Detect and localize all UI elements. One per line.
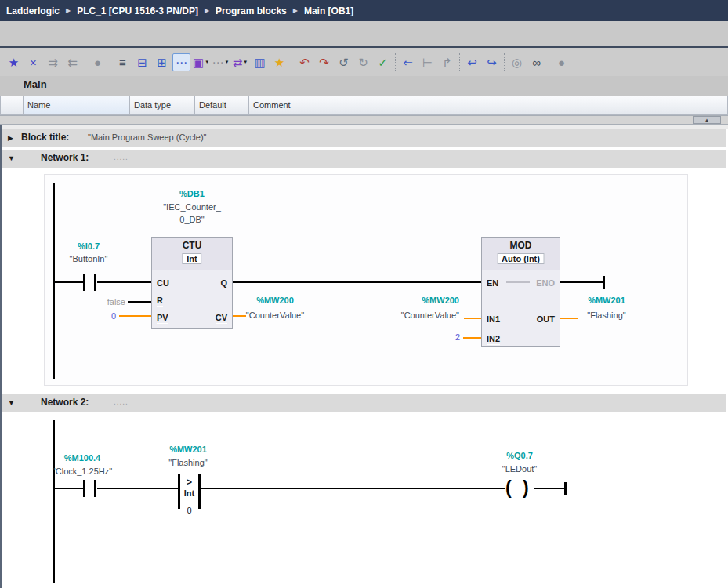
- breadcrumb-item[interactable]: PLC_1 [CPU 1516-3 PN/DP]: [77, 5, 198, 16]
- operand-address[interactable]: %M100.4: [43, 452, 121, 463]
- breadcrumb-item[interactable]: Ladderlogic: [6, 5, 60, 16]
- network2-comment-placeholder[interactable]: .....: [114, 397, 129, 406]
- consistency-check-icon[interactable]: ✓: [374, 53, 392, 71]
- previous-error-icon[interactable]: ↶: [295, 53, 313, 71]
- delete-row-icon[interactable]: ⇇: [63, 53, 81, 71]
- keep-operands-icon[interactable]: ●: [89, 53, 107, 71]
- out-name[interactable]: "Flashing": [570, 310, 643, 321]
- db-name-line1[interactable]: "IEC_Counter_: [145, 201, 239, 212]
- previous-error-icon-glyph: ↶: [299, 54, 310, 71]
- wire: [128, 301, 151, 303]
- db-name-line2[interactable]: 0_DB": [145, 214, 239, 225]
- pin-r[interactable]: R: [157, 296, 163, 307]
- jump-next-icon-glyph: ↪: [487, 54, 497, 71]
- network-sequence-icon[interactable]: ≡: [114, 53, 132, 71]
- wire: [201, 488, 505, 489]
- jump-next-icon[interactable]: ↪: [483, 53, 501, 71]
- dropdown-arrow-icon[interactable]: ▼: [205, 54, 209, 71]
- block-title-value[interactable]: "Main Program Sweep (Cycle)": [88, 132, 206, 142]
- pin-q[interactable]: Q: [220, 278, 227, 289]
- r-input-value[interactable]: false: [86, 296, 125, 307]
- wire-end-tick: [564, 482, 567, 495]
- interface-gutter-cell-2: [9, 96, 24, 115]
- comment-display-icon[interactable]: ⋯▼: [212, 53, 230, 71]
- out-address[interactable]: %MW201: [576, 295, 637, 306]
- refresh-call-icon[interactable]: ↻: [354, 53, 372, 71]
- pv-input-value[interactable]: 0: [92, 310, 116, 321]
- mod-block[interactable]: MOD Auto (Int) EN ENO IN1 IN2 OUT: [481, 237, 560, 347]
- operand-display-icon[interactable]: ▣▼: [192, 53, 210, 71]
- pin-out[interactable]: OUT: [537, 314, 555, 325]
- ctu-title: CTU: [152, 240, 232, 251]
- pin-eno[interactable]: ENO: [536, 278, 555, 289]
- network1-comment-placeholder[interactable]: .....: [114, 153, 129, 162]
- find-icon[interactable]: ◎: [508, 53, 526, 71]
- insert-statement-icon[interactable]: ⊢: [418, 53, 436, 71]
- cv-output-name[interactable]: "CounterValue": [239, 310, 311, 321]
- monitoring-icon[interactable]: ∞: [527, 53, 545, 71]
- expand-networks-icon[interactable]: ⊟: [133, 53, 151, 71]
- operand-name[interactable]: "Clock_1.25Hz": [43, 466, 121, 477]
- collapse-interface-button[interactable]: ▲: [693, 116, 721, 124]
- jump-previous-icon-glyph: ↩: [467, 54, 477, 71]
- pin-in1[interactable]: IN1: [487, 314, 500, 325]
- block-title-expander[interactable]: ▶: [8, 134, 13, 142]
- delete-network-icon[interactable]: ×: [24, 53, 42, 71]
- next-error-icon[interactable]: ↷: [315, 53, 333, 71]
- dropdown-arrow-icon[interactable]: ▼: [243, 54, 248, 71]
- contact-clock[interactable]: [94, 480, 96, 497]
- in1-address[interactable]: %MW200: [368, 295, 459, 306]
- breadcrumb-item[interactable]: Main [OB1]: [304, 5, 353, 16]
- coil-address[interactable]: %Q0.7: [480, 450, 559, 461]
- comparator-value[interactable]: 0: [178, 506, 201, 515]
- operand-name[interactable]: "ButtonIn": [49, 253, 128, 264]
- network1-expander[interactable]: ▼: [8, 154, 15, 162]
- breadcrumb-item[interactable]: Program blocks: [216, 5, 287, 16]
- comparator-type[interactable]: Int: [178, 488, 201, 498]
- close-branch-icon[interactable]: ↱: [438, 53, 456, 71]
- interface-splitter[interactable]: [0, 115, 728, 125]
- comparator-operator[interactable]: >: [178, 477, 201, 488]
- expand-networks-icon-glyph: ⊟: [137, 54, 147, 71]
- refresh-call-icon-glyph: ↻: [358, 54, 368, 71]
- coil-ledout[interactable]: (: [505, 477, 512, 499]
- keep-operands-icon-glyph: ●: [94, 54, 101, 71]
- comparator-address[interactable]: %MW201: [149, 444, 227, 455]
- insert-row-icon[interactable]: ⇉: [44, 53, 62, 71]
- contact-buttonin[interactable]: [94, 274, 96, 291]
- in1-name[interactable]: "CounterValue": [368, 310, 459, 321]
- cv-output-address[interactable]: %MW200: [239, 295, 311, 306]
- favorites-icon[interactable]: ★: [270, 53, 288, 71]
- toolbar-separator: [395, 53, 396, 71]
- pin-cv[interactable]: CV: [216, 313, 227, 324]
- ctu-data-type[interactable]: Int: [182, 253, 201, 264]
- db-address[interactable]: %DB1: [145, 188, 239, 199]
- network2-expander[interactable]: ▼: [8, 399, 15, 407]
- dropdown-arrow-icon[interactable]: ▼: [225, 54, 230, 71]
- mod-data-type[interactable]: Auto (Int): [497, 253, 545, 264]
- contact-clock[interactable]: [83, 480, 85, 497]
- column-header-data-type: Data type: [130, 96, 195, 115]
- coil-ledout[interactable]: ): [523, 477, 529, 499]
- operand-address[interactable]: %I0.7: [49, 241, 128, 252]
- collapse-networks-icon[interactable]: ⊞: [153, 53, 171, 71]
- pin-pv[interactable]: PV: [157, 313, 168, 324]
- in2-value[interactable]: 2: [436, 332, 460, 343]
- symbol-info-icon[interactable]: ⇄▼: [231, 53, 249, 71]
- ctu-block[interactable]: CTU Int CU R PV Q CV: [151, 237, 233, 329]
- column-header-default-value: Default value: [195, 96, 249, 115]
- coil-name[interactable]: "LEDout": [480, 463, 559, 474]
- lad-editor-window: Ladderlogic▶PLC_1 [CPU 1516-3 PN/DP]▶Pro…: [0, 0, 728, 588]
- pin-in2[interactable]: IN2: [487, 334, 500, 345]
- insert-network-icon[interactable]: ★: [5, 53, 23, 71]
- block-interface-icon[interactable]: ▥: [251, 53, 269, 71]
- jump-previous-icon[interactable]: ↩: [463, 53, 481, 71]
- pin-cu[interactable]: CU: [157, 278, 169, 289]
- comparator-name[interactable]: "Flashing": [149, 457, 227, 468]
- comments-toggle-icon[interactable]: ⋯: [172, 53, 190, 71]
- pin-en[interactable]: EN: [487, 278, 498, 289]
- update-block-call-icon[interactable]: ↺: [335, 53, 353, 71]
- goto-definition-icon[interactable]: ⇐: [399, 53, 417, 71]
- contact-buttonin[interactable]: [83, 274, 85, 291]
- data-retain-icon[interactable]: ●: [552, 53, 570, 71]
